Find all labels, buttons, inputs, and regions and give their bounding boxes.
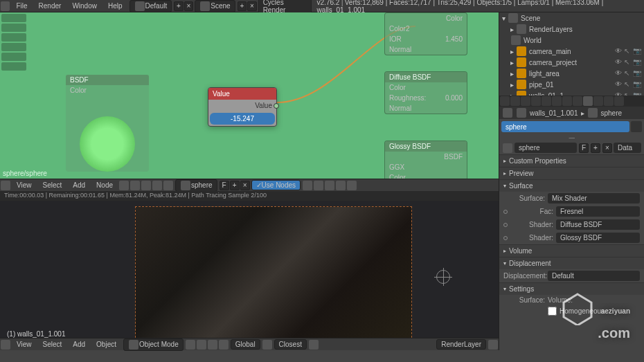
mode-dropdown[interactable]: Object Mode <box>123 338 184 351</box>
outliner-world[interactable]: World <box>499 35 644 46</box>
eye-icon[interactable]: 👁 <box>615 91 623 96</box>
tab-constraint[interactable] <box>552 96 562 106</box>
backdrop-icon[interactable] <box>314 181 323 190</box>
renderlayer-dropdown[interactable]: RenderLayer <box>436 339 486 350</box>
scene-add-button[interactable]: + <box>238 1 247 11</box>
render-viewport[interactable] <box>0 201 499 338</box>
outliner[interactable]: ▾Scene ▸RenderLayers World ▸camera_main👁… <box>499 12 644 96</box>
orientation-dropdown[interactable]: Global <box>231 339 260 350</box>
panel-custom-properties[interactable]: Custom Properties <box>499 155 644 167</box>
toolbar-handle[interactable] <box>1 24 26 32</box>
paste-icon[interactable] <box>347 181 357 190</box>
cursor-icon[interactable]: ↖ <box>624 80 632 89</box>
world-mat-icon[interactable] <box>163 181 173 190</box>
socket-icon[interactable] <box>503 210 508 214</box>
material-add-button[interactable]: + <box>591 143 600 153</box>
node-menu-select[interactable]: Select <box>37 181 68 189</box>
render-icon[interactable]: 📷 <box>633 91 641 96</box>
shader1-dropdown[interactable]: Diffuse BSDF <box>556 219 640 230</box>
cursor-icon[interactable]: ↖ <box>624 47 632 55</box>
color-wheel-icon[interactable] <box>80 116 135 172</box>
tab-data[interactable] <box>573 96 582 106</box>
fake-user-button[interactable]: F <box>220 181 229 190</box>
layers-icon[interactable] <box>219 340 229 350</box>
panel-volume[interactable]: Volume <box>499 245 644 257</box>
render-icon[interactable]: 📷 <box>633 69 641 78</box>
tab-renderlayers[interactable] <box>510 96 520 106</box>
layout-remove-button[interactable]: × <box>184 1 194 11</box>
shader2-dropdown[interactable]: Glossy BSDF <box>556 233 640 243</box>
fake-user-button[interactable]: F <box>579 143 589 153</box>
disp-dropdown[interactable]: Default <box>548 271 640 281</box>
fac-dropdown[interactable]: Fresnel <box>556 206 640 217</box>
tab-modifier[interactable] <box>562 96 572 106</box>
tab-scene[interactable] <box>521 96 530 106</box>
scene-remove-button[interactable]: × <box>247 1 257 11</box>
shading-icon[interactable] <box>186 340 195 350</box>
outliner-item-walls[interactable]: ▸walls_01_1👁↖📷 <box>499 90 644 96</box>
toolbar-handle[interactable] <box>1 53 26 61</box>
vp-menu-add[interactable]: Add <box>67 341 91 348</box>
material-name-field[interactable]: sphere <box>515 143 577 153</box>
outliner-scene[interactable]: ▾Scene <box>499 12 644 24</box>
homogeneous-checkbox[interactable] <box>548 307 557 316</box>
tab-material[interactable] <box>583 96 593 106</box>
snap-icon[interactable] <box>262 340 272 350</box>
render-icon[interactable]: 📷 <box>633 80 641 89</box>
socket-icon[interactable] <box>503 223 508 227</box>
copy-icon[interactable] <box>336 181 346 190</box>
node-value-field[interactable]: -15.247 <box>210 113 275 125</box>
breadcrumb-object[interactable]: walls_01_1.001 <box>530 109 578 117</box>
layout-dropdown[interactable]: Default <box>129 0 172 12</box>
material-remove-button[interactable]: × <box>240 181 250 190</box>
blender-icon[interactable] <box>1 1 10 11</box>
use-nodes-toggle[interactable]: ✓ Use Nodes <box>251 180 301 190</box>
tab-render[interactable] <box>500 96 510 106</box>
eye-icon[interactable]: 👁 <box>615 69 623 78</box>
editor-type-icon[interactable] <box>1 340 10 350</box>
snap-target-dropdown[interactable]: Closest <box>274 339 307 350</box>
node-menu-add[interactable]: Add <box>67 181 91 189</box>
tab-physics[interactable] <box>614 96 624 106</box>
manipulator-icon[interactable] <box>208 340 217 350</box>
vp-menu-object[interactable]: Object <box>91 341 122 348</box>
socket-icon[interactable] <box>503 236 508 240</box>
editor-type-icon[interactable] <box>1 181 10 190</box>
node-rgb[interactable]: BSDF Color <box>66 75 149 172</box>
drag-handle[interactable]: ⸻ <box>499 134 644 141</box>
material-slot-input[interactable] <box>501 121 629 132</box>
menu-window[interactable]: Window <box>66 2 102 10</box>
node-mix[interactable]: Color Color2 IOR1.450 Normal <box>384 12 467 55</box>
panel-settings[interactable]: Settings <box>499 283 644 295</box>
panel-surface[interactable]: Surface <box>499 180 644 192</box>
texture-type-icon[interactable] <box>141 181 151 190</box>
outliner-item-camera-project[interactable]: ▸camera_project👁↖📷 <box>499 57 644 68</box>
material-add-button[interactable]: + <box>230 181 240 190</box>
material-link-dropdown[interactable]: Data <box>614 143 641 153</box>
pin-icon[interactable] <box>303 181 312 190</box>
node-diffuse-bsdf[interactable]: Diffuse BSDF Color Roughness:0.000 Norma… <box>384 71 467 114</box>
toolbar-handle[interactable] <box>1 43 26 51</box>
toolbar-handle[interactable] <box>1 33 26 42</box>
vp-menu-select[interactable]: Select <box>37 341 68 348</box>
render-icon[interactable]: 📷 <box>633 58 641 66</box>
material-slot-add[interactable] <box>631 121 642 132</box>
node-glossy-bsdf[interactable]: Glossy BSDF BSDF GGX Color <box>384 141 467 183</box>
tab-texture[interactable] <box>593 96 603 106</box>
cursor-icon[interactable]: ↖ <box>624 58 632 66</box>
breadcrumb-material[interactable]: sphere <box>601 109 623 117</box>
tab-world[interactable] <box>531 96 541 106</box>
scene-dropdown[interactable]: Scene <box>195 0 235 12</box>
render-icon[interactable]: 📷 <box>633 47 641 55</box>
proportional-icon[interactable] <box>309 340 319 350</box>
cursor-icon[interactable]: ↖ <box>624 91 632 96</box>
toolbar-handle[interactable] <box>1 62 26 71</box>
snap-icon[interactable] <box>325 181 334 190</box>
tab-object[interactable] <box>542 96 551 106</box>
menu-render[interactable]: Render <box>33 2 67 10</box>
material-remove-button[interactable]: × <box>602 143 612 153</box>
layout-add-button[interactable]: + <box>174 1 184 11</box>
outliner-item-light[interactable]: ▸light_area👁↖📷 <box>499 68 644 79</box>
surface-dropdown[interactable]: Mix Shader <box>548 193 640 203</box>
pivot-icon[interactable] <box>197 340 206 350</box>
